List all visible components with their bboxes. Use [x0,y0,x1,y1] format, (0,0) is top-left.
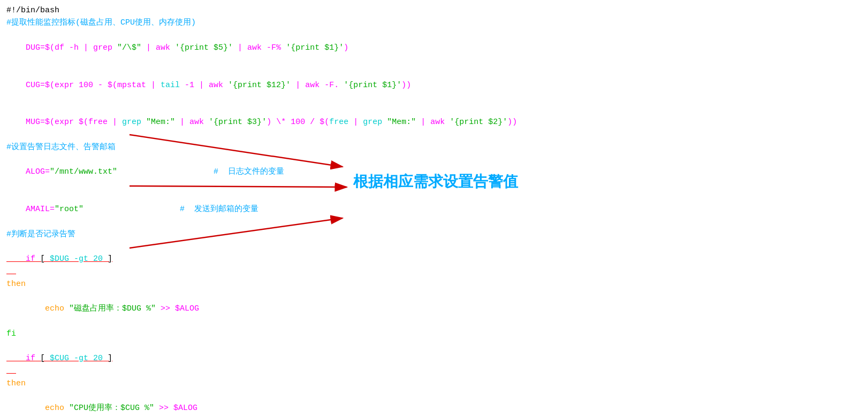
line-comment2: #设置告警日志文件、告警邮箱 [6,141,862,153]
line-mug: MUG=$(expr $(free | grep "Mem:" | awk '{… [6,104,862,141]
line-shebang: #!/bin/bash [6,4,862,17]
line-echo2: echo "CPU使用率：$CUG %" >> $ALOG [6,390,862,418]
annotation-text: 根据相应需求设置告警值 [353,170,518,193]
line-comment1: #提取性能监控指标(磁盘占用、CPU使用、内存使用) [6,17,862,29]
line-if2: if [ $CUG -gt 20 ] [6,340,862,377]
line-fi1: fi [6,328,862,340]
line-amail: AMAIL="root" # 发送到邮箱的变量 [6,191,862,228]
code-area: #!/bin/bash #提取性能监控指标(磁盘占用、CPU使用、内存使用) D… [0,0,868,418]
line-then1: then [6,278,862,290]
line-comment3: #判断是否记录告警 [6,228,862,241]
line-if1: if [ $DUG -gt 20 ] [6,241,862,278]
line-cug: CUG=$(expr 100 - $(mpstat | tail -1 | aw… [6,66,862,104]
line-echo1: echo "磁盘占用率：$DUG %" >> $ALOG [6,290,862,328]
line-dug: DUG=$(df -h | grep "/\$" | awk '{print $… [6,29,862,67]
line-then2: then [6,377,862,390]
